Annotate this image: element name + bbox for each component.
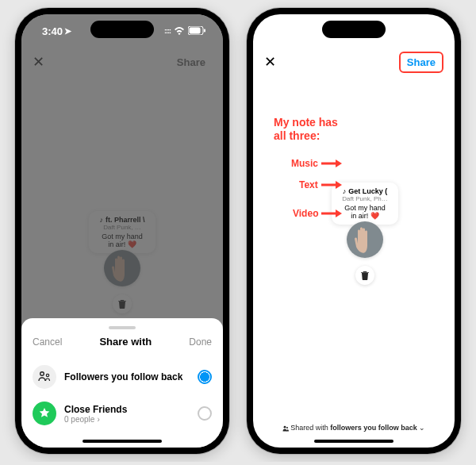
share-sheet: Cancel Share with Done Followers you fol… (21, 318, 223, 448)
people-swap-icon (33, 365, 56, 389)
svg-point-10 (283, 425, 286, 428)
option-label: Followers you follow back (64, 371, 190, 382)
annotation-music-label: Music (291, 158, 342, 169)
note-text-line2: in air! (351, 212, 368, 220)
screen-right: ✕ Share My note has all three: Music Tex… (253, 14, 455, 448)
radio-unselected[interactable] (198, 406, 212, 421)
star-icon (33, 402, 56, 425)
trash-icon (360, 271, 370, 280)
done-button[interactable]: Done (189, 336, 212, 348)
sheet-grabber[interactable] (109, 326, 136, 329)
cancel-button[interactable]: Cancel (33, 336, 62, 348)
annotation-video-label: Video (293, 208, 342, 219)
note-text-line1: Got my hand (344, 204, 386, 212)
chevron-right-icon: › (97, 415, 99, 424)
shared-with-prefix: Shared with (290, 424, 330, 432)
arrow-right-icon (321, 209, 342, 217)
svg-rect-2 (204, 29, 205, 32)
share-button[interactable]: Share (399, 52, 443, 73)
option-sublabel: 0 people (64, 415, 94, 424)
people-icon (282, 425, 289, 432)
annotation-title: My note has all three: (274, 116, 338, 143)
svg-point-4 (40, 372, 44, 376)
option-close-friends[interactable]: Close Friends 0 people › (33, 395, 212, 432)
close-icon[interactable]: ✕ (264, 55, 276, 69)
music-note-icon: ♪ (343, 187, 347, 195)
signal-dots: :::: (164, 27, 171, 35)
svg-point-11 (286, 427, 288, 428)
sheet-title: Share with (99, 336, 152, 348)
dynamic-island (90, 21, 154, 38)
home-indicator[interactable] (83, 440, 162, 443)
wifi-icon (174, 25, 185, 37)
status-time: 3:40 (42, 25, 63, 37)
delete-note-button[interactable] (355, 266, 374, 285)
svg-rect-1 (190, 27, 201, 33)
home-indicator[interactable] (314, 440, 393, 443)
phone-mockup-left: 3:40 ➤ :::: ✕ Share (15, 8, 229, 454)
annotation-text-label: Text (299, 179, 342, 190)
battery-icon (188, 25, 205, 37)
shared-with-value: followers you follow back (330, 424, 417, 432)
option-label: Close Friends (64, 404, 190, 415)
heart-icon: ❤️ (370, 212, 379, 220)
dynamic-island (322, 21, 386, 38)
note-video-avatar[interactable] (347, 221, 383, 258)
svg-point-5 (46, 374, 48, 376)
shared-with-bar[interactable]: Shared with followers you follow back ⌄ (253, 424, 455, 432)
screen-left: 3:40 ➤ :::: ✕ Share (21, 14, 223, 448)
note-preview: ♪ Get Lucky ( Daft Punk, Ph… Got my hand… (332, 183, 398, 285)
radio-selected[interactable] (198, 370, 212, 384)
arrow-right-icon (321, 181, 342, 189)
option-followers-you-follow-back[interactable]: Followers you follow back (33, 359, 212, 395)
chevron-down-icon: ⌄ (419, 424, 425, 432)
note-music-artist: Daft Punk, Ph… (338, 195, 392, 202)
arrow-right-icon (321, 159, 342, 167)
phone-mockup-right: ✕ Share My note has all three: Music Tex… (247, 8, 461, 454)
note-music-title: Get Lucky ( (348, 187, 387, 195)
location-arrow-icon: ➤ (64, 26, 71, 37)
